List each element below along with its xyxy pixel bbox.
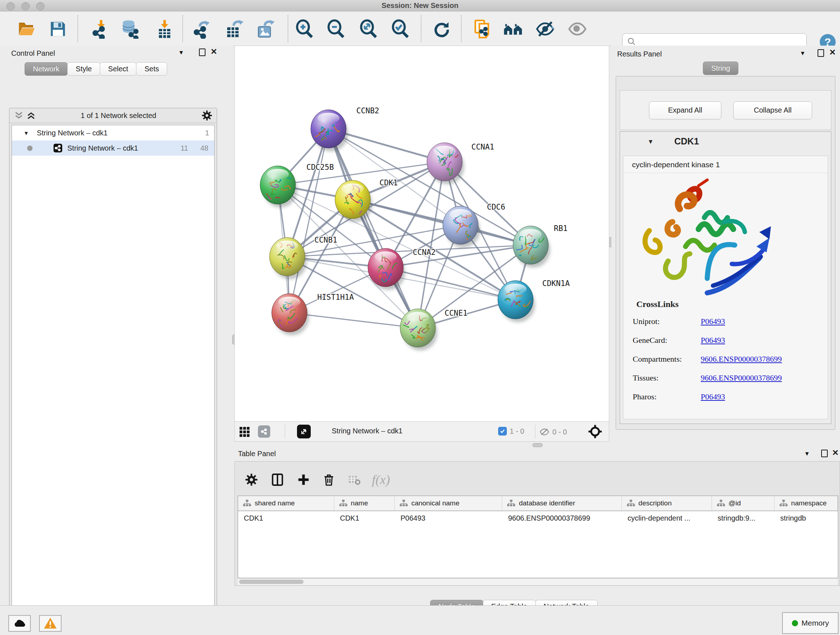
column-header-canonical-name[interactable]: canonical name: [395, 496, 502, 510]
crosslink-link[interactable]: 9606.ENSP00000378699: [701, 355, 782, 364]
network-edge-count: 48: [201, 144, 208, 152]
collection-expand-triangle-icon[interactable]: ▼: [24, 130, 29, 136]
node-label-RB1: RB1: [554, 224, 568, 233]
network-row[interactable]: String Network – cdk1 11 48: [12, 141, 214, 156]
crosslink-link[interactable]: P06493: [701, 317, 725, 326]
selected-checkbox-icon[interactable]: [498, 427, 507, 435]
node-table: shared namenamecanonical namedatabase id…: [238, 496, 838, 578]
export-image-icon[interactable]: [255, 19, 275, 39]
table-row[interactable]: CDK1CDK1P064939606.ENSP00000378699cyclin…: [238, 511, 838, 525]
zoom-selected-icon[interactable]: [391, 19, 410, 39]
column-header-namespace[interactable]: namespace: [775, 496, 838, 510]
collapse-all-icon[interactable]: [14, 111, 23, 120]
detach-view-icon[interactable]: [297, 424, 311, 439]
tab-style[interactable]: Style: [67, 62, 100, 76]
network-node-RB1[interactable]: [513, 226, 550, 268]
delete-table-icon[interactable]: [343, 469, 365, 491]
column-header--id[interactable]: @id: [712, 496, 775, 510]
tab-string[interactable]: String: [703, 62, 738, 75]
results-panel-menu-icon[interactable]: ▾: [801, 49, 805, 57]
network-node-CDKN1A[interactable]: [498, 280, 535, 322]
table-panel-float-icon[interactable]: [821, 450, 828, 459]
table-panel-close-icon[interactable]: ✕: [832, 449, 838, 457]
node-label-HIST1H1A: HIST1H1A: [317, 293, 354, 302]
table-cell: 9606.ENSP00000378699: [502, 511, 622, 525]
delete-column-trash-icon[interactable]: [318, 469, 340, 491]
network-canvas[interactable]: CCNB2CCNA1CDC25BCDK1CDC6RB1CCNB1CCNA2CDK…: [235, 46, 609, 422]
import-table-icon[interactable]: [155, 19, 174, 39]
column-header-name[interactable]: name: [334, 496, 395, 510]
hide-selected-eye-icon[interactable]: [535, 19, 555, 39]
grid-view-icon[interactable]: [239, 426, 250, 439]
export-table-icon[interactable]: [224, 19, 243, 39]
fit-selected-crosshair-icon[interactable]: [588, 424, 602, 440]
toolbar-divider: [535, 424, 535, 439]
search-icon: [627, 37, 636, 46]
crosslink-link[interactable]: 9606.ENSP00000378699: [701, 373, 782, 383]
warnings-button[interactable]: [39, 615, 62, 632]
results-panel-title: Results Panel: [617, 50, 662, 58]
column-header-label: shared name: [255, 499, 295, 507]
show-all-eye-icon[interactable]: [568, 19, 587, 39]
table-panel-menu-icon[interactable]: ▾: [805, 450, 809, 458]
scrollbar-thumb[interactable]: [239, 580, 303, 584]
tab-network[interactable]: Network: [25, 62, 68, 76]
refresh-icon[interactable]: [431, 19, 451, 39]
zoom-in-icon[interactable]: [295, 19, 314, 39]
node-label-CCNA1: CCNA1: [471, 143, 494, 151]
crosslink-link[interactable]: P06493: [701, 392, 725, 402]
node-label-CCNA2: CCNA2: [413, 248, 436, 257]
bottom-splitter-handle[interactable]: [532, 443, 543, 447]
collapse-all-button[interactable]: Collapse All: [733, 101, 812, 119]
crosslink-label: Pharos:: [633, 392, 657, 402]
table-options-gear-icon[interactable]: [240, 469, 262, 491]
tab-sets[interactable]: Sets: [136, 62, 167, 76]
export-network-icon[interactable]: [192, 19, 211, 39]
table-horizontal-scrollbar[interactable]: [238, 578, 837, 585]
create-column-plus-icon[interactable]: [293, 469, 314, 491]
import-database-icon[interactable]: [120, 19, 140, 39]
network-share-view-icon[interactable]: [258, 425, 270, 438]
column-attribute-icon: [400, 499, 408, 507]
show-columns-icon[interactable]: [267, 469, 288, 491]
search-input[interactable]: [636, 37, 797, 46]
network-node-HIST1H1A[interactable]: [272, 294, 309, 335]
expand-all-icon[interactable]: [27, 111, 35, 120]
network-node-CCNB2[interactable]: [311, 110, 348, 151]
network-node-CDC25B[interactable]: [260, 166, 297, 207]
first-neighbors-icon[interactable]: [503, 19, 523, 39]
zoom-fit-icon[interactable]: [359, 19, 378, 39]
node-label-CCNE1: CCNE1: [445, 309, 467, 318]
tab-select[interactable]: Select: [100, 62, 137, 76]
column-header-database-identifier[interactable]: database identifier: [502, 496, 622, 510]
cloud-icon: [13, 617, 26, 630]
cloud-button[interactable]: [8, 615, 31, 632]
memory-button[interactable]: Memory: [782, 612, 838, 634]
function-builder-icon[interactable]: f(x): [370, 469, 392, 491]
network-options-gear-icon[interactable]: [202, 110, 212, 121]
protein-collapse-triangle-icon[interactable]: ▼: [647, 138, 654, 146]
node-label-CCNB1: CCNB1: [314, 236, 337, 244]
hidden-eye-icon[interactable]: [539, 427, 549, 437]
zoom-out-icon[interactable]: [326, 19, 346, 39]
protein-section: ▼ CDK1 cyclin-dependent kinase 1: [620, 131, 831, 424]
string-documents-icon[interactable]: [472, 19, 492, 39]
control-panel-menu-icon[interactable]: ▾: [180, 49, 183, 57]
column-header-description[interactable]: description: [622, 496, 712, 510]
expand-all-button[interactable]: Expand All: [649, 101, 722, 119]
column-header-shared-name[interactable]: shared name: [238, 496, 334, 510]
network-node-CCNA2[interactable]: [368, 249, 405, 290]
network-node-CCNA1[interactable]: [427, 143, 464, 184]
control-panel-float-icon[interactable]: [199, 49, 205, 58]
save-session-icon[interactable]: [48, 19, 68, 39]
import-network-icon[interactable]: [90, 19, 109, 39]
current-network-name: String Network – cdk1: [332, 427, 403, 435]
control-panel-close-icon[interactable]: ✕: [210, 48, 217, 56]
network-node-CCNE1[interactable]: [400, 309, 437, 350]
open-session-icon[interactable]: [17, 19, 36, 39]
network-collection-row[interactable]: ▼ String Network – cdk1 1: [12, 125, 214, 141]
results-panel-float-icon[interactable]: [818, 49, 824, 59]
results-panel-close-icon[interactable]: ✕: [829, 49, 836, 57]
collection-count: 1: [205, 129, 209, 137]
crosslink-link[interactable]: P06493: [701, 336, 725, 345]
